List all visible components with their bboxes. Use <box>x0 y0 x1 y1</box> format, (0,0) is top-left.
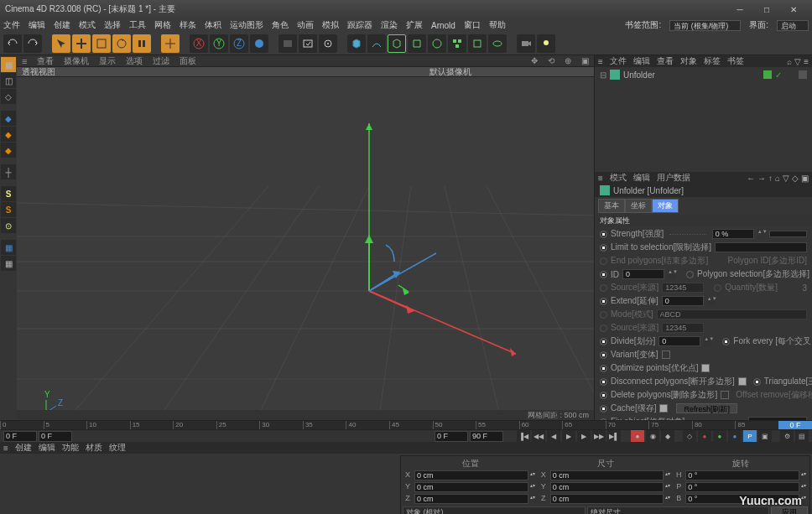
redo-button[interactable] <box>23 34 42 53</box>
filter-icon[interactable]: ▽ <box>794 57 801 66</box>
timeline[interactable]: 051015202530354045505560657075808590 0 F <box>0 420 812 430</box>
coord-system-button[interactable] <box>250 34 268 53</box>
vp-panel[interactable]: 面板 <box>174 55 201 67</box>
current-frame[interactable] <box>39 431 72 442</box>
start-frame[interactable] <box>3 431 37 442</box>
size-mode-dd[interactable]: 绝对尺寸 <box>587 506 770 514</box>
objpanel-tags[interactable]: 标签 <box>704 55 721 67</box>
keyframe-button[interactable]: ◆ <box>661 430 674 442</box>
apply-button[interactable]: 应用 <box>771 506 808 514</box>
generator-button[interactable] <box>388 34 406 53</box>
key-scale[interactable]: ● <box>713 430 726 442</box>
vp-camera[interactable]: 摄像机 <box>59 55 94 67</box>
range-end[interactable] <box>470 431 503 442</box>
prev-key[interactable]: ◀◀ <box>532 430 545 442</box>
rot-p[interactable] <box>685 482 799 492</box>
attr-userdata[interactable]: 用户数据 <box>657 172 690 184</box>
key-param[interactable]: P <box>743 430 757 442</box>
select-tool[interactable] <box>52 34 70 53</box>
deformer-button[interactable] <box>408 34 426 53</box>
mat-create[interactable]: 创建 <box>15 442 32 454</box>
goto-start[interactable]: ▐◀ <box>517 430 530 442</box>
menu-edit[interactable]: 编辑 <box>29 19 45 31</box>
visibility-tag[interactable] <box>763 70 772 79</box>
extend-input[interactable] <box>662 296 704 306</box>
keysel-button[interactable]: ◇ <box>683 430 696 442</box>
pos-z[interactable] <box>414 494 528 504</box>
next-key[interactable]: ▶▶ <box>592 430 606 442</box>
cache-check[interactable] <box>659 404 668 413</box>
move-tool[interactable] <box>72 34 91 53</box>
strength-slider[interactable] <box>769 231 807 237</box>
rotate-tool[interactable] <box>112 34 131 53</box>
next-frame[interactable]: ▶ <box>577 430 591 442</box>
menu-render[interactable]: 渲染 <box>381 19 398 31</box>
mode-input[interactable] <box>657 309 807 319</box>
cube-primitive[interactable] <box>347 34 366 53</box>
enable-dot[interactable]: ✓ <box>775 70 782 80</box>
prev-frame[interactable]: ◀ <box>547 430 560 442</box>
vp-max-icon[interactable]: ▣ <box>576 56 594 65</box>
menu-mesh[interactable]: 网格 <box>154 19 171 31</box>
undo-button[interactable] <box>3 34 22 53</box>
menu-mode[interactable]: 模式 <box>79 19 96 31</box>
mat-texture[interactable]: 纹理 <box>109 442 126 454</box>
vp-rotate-icon[interactable]: ⟲ <box>543 56 560 65</box>
model-mode[interactable]: ▦ <box>1 57 16 72</box>
menu-volume[interactable]: 体积 <box>205 19 221 31</box>
id-input[interactable] <box>622 269 664 279</box>
light-button[interactable] <box>537 34 555 53</box>
mograph-button[interactable] <box>448 34 466 53</box>
refresh-button[interactable]: Refresh[刷新] <box>676 403 737 413</box>
edge-mode[interactable]: ◆ <box>1 127 16 142</box>
size-y[interactable] <box>550 482 664 492</box>
point-mode[interactable]: ◆ <box>1 111 16 126</box>
objpanel-object[interactable]: 对象 <box>680 55 697 67</box>
range-start[interactable] <box>435 431 468 442</box>
vp-filter[interactable]: 过滤 <box>148 55 174 67</box>
render-button[interactable] <box>278 34 297 53</box>
recent-tool[interactable] <box>133 34 151 53</box>
poly-mode[interactable]: ◆ <box>1 143 16 158</box>
camera-button[interactable] <box>517 34 535 53</box>
tl-opt1[interactable]: ⚙ <box>780 430 794 442</box>
vp-view[interactable]: 查看 <box>32 55 59 67</box>
tag-button[interactable] <box>488 34 507 53</box>
mat-material[interactable]: 材质 <box>86 442 102 454</box>
expand-icon[interactable]: ≡ <box>804 57 809 66</box>
render-settings-button[interactable] <box>319 34 337 53</box>
workplane-mode[interactable]: ◇ <box>1 89 16 104</box>
material-manager[interactable] <box>2 455 400 514</box>
search-icon[interactable]: ⌕ <box>787 57 792 66</box>
coord-mode-dd[interactable]: 对象 (相对) <box>403 506 586 514</box>
key-rot[interactable]: ● <box>728 430 742 442</box>
rot-h[interactable] <box>685 470 799 480</box>
menu-extensions[interactable]: 扩展 <box>406 19 423 31</box>
optimize-check[interactable] <box>701 364 710 372</box>
play-button[interactable]: ▶ <box>562 430 575 442</box>
menu-mograph[interactable]: 运动图形 <box>230 19 263 31</box>
pos-y[interactable] <box>414 482 528 492</box>
menu-file[interactable]: 文件 <box>3 19 20 31</box>
object-item-unfolder[interactable]: ⊟ Unfolder ✓ <box>596 69 810 80</box>
viewport-3d[interactable]: X Y Z <box>17 77 594 410</box>
delete-check[interactable] <box>721 391 729 399</box>
environment-button[interactable] <box>428 34 446 53</box>
interface-dropdown[interactable]: 启动 <box>777 20 809 31</box>
menu-spline[interactable]: 样条 <box>180 19 196 31</box>
menu-create[interactable]: 创建 <box>54 19 70 31</box>
pos-x[interactable] <box>414 470 528 480</box>
scale-tool[interactable] <box>92 34 111 53</box>
z-axis-button[interactable]: Z <box>230 34 248 53</box>
snap-settings[interactable]: S <box>1 202 16 217</box>
attr-mode[interactable]: 模式 <box>610 172 627 184</box>
object-tree[interactable]: ⊟ Unfolder ✓ <box>595 67 812 172</box>
objpanel-view[interactable]: 查看 <box>657 55 674 67</box>
layer-tag[interactable] <box>799 70 807 79</box>
size-z[interactable] <box>550 494 664 504</box>
close-button[interactable]: ✕ <box>780 0 807 18</box>
objpanel-bookmarks[interactable]: 书签 <box>727 55 744 67</box>
tab-coord[interactable]: 坐标 <box>625 199 652 213</box>
home-icon[interactable]: ⌂ <box>775 174 780 183</box>
tab-object[interactable]: 对象 <box>652 199 679 213</box>
